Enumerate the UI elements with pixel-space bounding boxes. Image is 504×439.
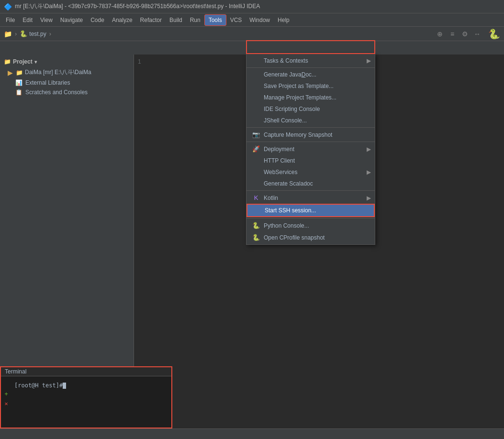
tasks-arrow: ▶ — [367, 57, 371, 64]
menu-tools[interactable]: Tools — [204, 14, 226, 26]
sidebar-dropdown-icon[interactable]: ▾ — [34, 59, 37, 65]
project-label: 📁 — [4, 58, 11, 65]
menu-edit[interactable]: Edit — [19, 15, 36, 25]
menu-help[interactable]: Help — [274, 15, 293, 25]
toolbar-strip: 📁 › 🐍 test.py › ⊕ ≡ ⚙ ↔ 🐍 — [0, 27, 504, 41]
navigate-btn[interactable]: ⊕ — [435, 29, 445, 39]
kotlin-icon: K — [252, 194, 260, 201]
scratches-label: Scratches and Consoles — [25, 89, 88, 96]
webservices-arrow: ▶ — [367, 169, 371, 176]
sidebar-item-scratches[interactable]: 📋 Scratches and Consoles — [0, 88, 134, 97]
cprofile-label: Open CProfile snapshot — [264, 234, 325, 241]
menu-build[interactable]: Build — [166, 15, 186, 25]
terminal-prompt: [root@H test]# — [14, 382, 63, 389]
menu-code[interactable]: Code — [87, 15, 108, 25]
scratch-icon: 📋 — [15, 89, 22, 96]
separator-4 — [246, 190, 375, 191]
capture-memory-label: Capture Memory Snapshot — [264, 132, 332, 138]
sidebar-item-daima-label: 📁 — [16, 69, 23, 76]
menu-analyze[interactable]: Analyze — [108, 15, 136, 25]
menu-run[interactable]: Run — [186, 15, 204, 25]
sidebar-item-external-libs[interactable]: 📊 External Libraries — [0, 78, 134, 88]
menu-refactor[interactable]: Refactor — [136, 15, 166, 25]
terminal-cursor — [63, 383, 66, 389]
sidebar-header: 📁 Project ▾ — [0, 56, 134, 67]
python-icon: 🐍 — [488, 28, 500, 40]
menu-window[interactable]: Window — [246, 15, 274, 25]
scripting-label: IDE Scripting Console — [264, 106, 320, 112]
external-libs-label: External Libraries — [25, 79, 70, 86]
menu-python-console[interactable]: 🐍 Python Console... — [246, 220, 375, 231]
deployment-label: Deployment — [264, 146, 294, 153]
menu-ide-scripting-console[interactable]: IDE Scripting Console — [246, 103, 375, 115]
menu-save-project-template[interactable]: Save Project as Template... — [246, 80, 375, 92]
terminal-panel: Terminal + ✕ [root@H test]# — [0, 366, 172, 428]
folder-icon: ▶ — [8, 69, 13, 77]
tasks-label: Tasks & Contexts — [264, 57, 308, 64]
lib-icon: 📊 — [15, 79, 22, 86]
terminal-title: Terminal — [5, 368, 26, 375]
scaladoc-label: Generate Scaladoc — [264, 180, 313, 187]
jshell-label: JShell Console... — [264, 117, 307, 124]
camera-icon: 📷 — [252, 131, 260, 138]
file-breadcrumb: test.py — [29, 31, 46, 37]
separator-2 — [246, 127, 375, 128]
menu-deployment[interactable]: 🚀 Deployment ▶ — [246, 143, 375, 155]
ssh-label: Start SSH session... — [265, 207, 316, 214]
menu-navigate[interactable]: Navigate — [56, 15, 87, 25]
menu-jshell-console[interactable]: JShell Console... — [246, 115, 375, 126]
menu-generate-scaladoc[interactable]: Generate Scaladoc — [246, 178, 375, 189]
menu-kotlin[interactable]: K Kotlin ▶ — [246, 192, 375, 204]
separator-1 — [246, 67, 375, 68]
menu-webservices[interactable]: WebServices ▶ — [246, 166, 375, 178]
status-bar — [0, 428, 504, 439]
sidebar-daima-text: DaiMa [mr] E:\八斗\DaiMa — [25, 68, 91, 77]
terminal-add-btn[interactable]: + — [3, 391, 10, 397]
python-console-label: Python Console... — [264, 222, 309, 229]
project-title: Project — [13, 58, 33, 65]
terminal-controls: + ✕ — [3, 391, 10, 407]
menu-view[interactable]: View — [36, 15, 56, 25]
terminal-header: Terminal — [1, 367, 171, 376]
menu-cprofile[interactable]: 🐍 Open CProfile snapshot — [246, 231, 375, 243]
app-icon: 🔷 — [4, 3, 12, 11]
breadcrumb-separator: › — [15, 30, 17, 37]
separator-3 — [246, 142, 375, 142]
menu-generate-javadoc[interactable]: Generate JavaDoc... — [246, 69, 375, 80]
menu-bar: File Edit View Navigate Code Analyze Ref… — [0, 13, 504, 27]
main-wrapper: 📁 › 🐍 test.py › ⊕ ≡ ⚙ ↔ 🐍 📁 Project ▾ ▶ … — [0, 27, 504, 439]
menu-capture-memory[interactable]: 📷 Capture Memory Snapshot — [246, 129, 375, 141]
sidebar-item-daima[interactable]: ▶ 📁 DaiMa [mr] E:\八斗\DaiMa — [0, 67, 134, 78]
terminal-content: [root@H test]# — [14, 382, 168, 389]
settings-btn[interactable]: ⚙ — [459, 29, 470, 39]
folder-crumb-icon: 📁 — [4, 30, 12, 38]
deploy-arrow: ▶ — [367, 146, 371, 153]
save-template-label: Save Project as Template... — [264, 83, 334, 89]
menu-tasks-contexts[interactable]: Tasks & Contexts ▶ — [246, 55, 375, 66]
separator-5 — [246, 218, 375, 219]
file-tabs — [0, 41, 504, 55]
kotlin-label: Kotlin — [264, 195, 278, 201]
terminal-body[interactable]: + ✕ [root@H test]# — [1, 376, 171, 393]
structure-btn[interactable]: ≡ — [447, 29, 458, 39]
cprofile-icon: 🐍 — [252, 234, 260, 241]
file-tab-icon: 🐍 — [20, 30, 27, 37]
menu-file[interactable]: File — [2, 15, 19, 25]
menu-start-ssh[interactable]: Start SSH session... — [246, 204, 375, 217]
http-label: HTTP Client — [264, 157, 295, 164]
manage-template-label: Manage Project Templates... — [264, 94, 336, 101]
python-console-icon: 🐍 — [252, 222, 260, 229]
terminal-close-btn[interactable]: ✕ — [3, 400, 10, 407]
line-number: 1 — [138, 58, 141, 65]
menu-vcs[interactable]: VCS — [226, 15, 246, 25]
expand-btn[interactable]: ↔ — [472, 29, 482, 39]
kotlin-arrow: ▶ — [367, 195, 371, 201]
javadoc-label: Generate JavaDoc... — [264, 71, 316, 78]
menu-http-client[interactable]: HTTP Client — [246, 155, 375, 166]
menu-manage-templates[interactable]: Manage Project Templates... — [246, 92, 375, 103]
title-bar: 🔷 mr [E:\八斗\DaiMa] - <39b7c97b-7837-485f… — [0, 0, 504, 13]
webservices-label: WebServices — [264, 169, 297, 176]
title-text: mr [E:\八斗\DaiMa] - <39b7c97b-7837-485f-b… — [15, 2, 260, 11]
tools-dropdown: Tasks & Contexts ▶ Generate JavaDoc... S… — [246, 54, 375, 245]
breadcrumb-chevron: › — [49, 30, 51, 37]
